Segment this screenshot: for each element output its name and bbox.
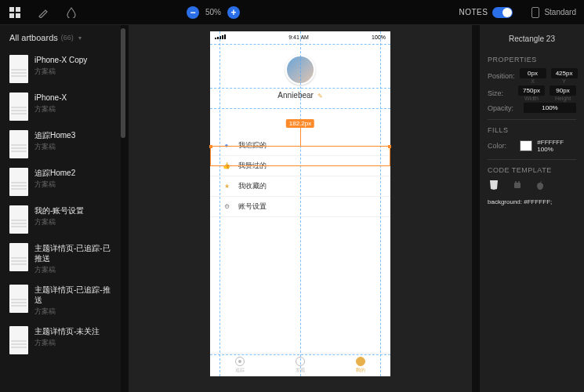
properties-header: PROPERTIES: [488, 56, 576, 64]
opacity-label: Opacity:: [488, 104, 519, 112]
artboard-thumbnail: [9, 93, 28, 121]
artboard-thumbnail: [9, 326, 28, 354]
artboard-subtitle: 方案稿: [34, 104, 67, 114]
sidebar-item[interactable]: 追踪Home2方案稿: [3, 163, 118, 201]
phone-icon: [531, 7, 539, 18]
position-x[interactable]: 0px: [520, 68, 546, 78]
sidebar-item[interactable]: 主题详情页-已追踪-已推送方案稿: [3, 238, 118, 280]
sidebar-item[interactable]: 我的-账号设置方案稿: [3, 201, 118, 238]
status-time: 9:41 AM: [288, 34, 309, 40]
menu-row-label: 账号设置: [238, 201, 267, 212]
username: Anniebear: [277, 91, 314, 100]
artboard-title: 主题详情页-未关注: [34, 326, 100, 336]
artboard-preview[interactable]: 9:41 AM 100% Anniebear ✎ 182.2px ●我追踪的👍我…: [210, 31, 390, 376]
tab-label: 追踪: [235, 367, 245, 374]
svg-rect-0: [9, 7, 14, 12]
device-selector[interactable]: Standard: [531, 7, 576, 18]
sidebar-header-label: All artboards: [9, 33, 58, 42]
artboard-thumbnail: [9, 130, 28, 158]
signal-icon: [215, 34, 226, 39]
artboard-title: 追踪Home2: [34, 168, 75, 178]
artboard-thumbnail: [9, 205, 28, 234]
size-label: Size:: [488, 89, 513, 97]
artboard-title: iPhone-X Copy: [34, 55, 87, 65]
artboard-sidebar: All artboards (66) ▾ iPhone-X Copy方案稿iPh…: [0, 25, 121, 392]
artboard-thumbnail: [9, 168, 28, 196]
svg-point-5: [515, 181, 517, 183]
sidebar-header[interactable]: All artboards (66) ▾: [0, 25, 121, 50]
artboard-subtitle: 方案稿: [34, 217, 84, 227]
sidebar-item[interactable]: 主题详情页-已追踪-推送方案稿: [3, 280, 118, 321]
chevron-down-icon: ▾: [78, 34, 82, 42]
topbar: − 50% + NOTES Standard: [0, 0, 584, 25]
css-tab[interactable]: [488, 179, 500, 191]
artboard-list: iPhone-X Copy方案稿iPhone-X方案稿追踪Home3方案稿追踪H…: [0, 50, 121, 359]
opacity-value[interactable]: 100%: [524, 103, 576, 113]
toggle-switch-icon[interactable]: [492, 7, 513, 18]
zoom-out-button[interactable]: −: [187, 6, 199, 19]
position-label: Position:: [488, 72, 515, 80]
artboard-subtitle: 方案稿: [34, 67, 87, 77]
canvas[interactable]: 9:41 AM 100% Anniebear ✎ 182.2px ●我追踪的👍我…: [121, 25, 480, 392]
notes-toggle[interactable]: NOTES: [459, 7, 513, 18]
menu-row-icon: ★: [223, 183, 230, 191]
android-tab[interactable]: [511, 179, 524, 191]
artboard-subtitle: 方案稿: [34, 307, 111, 317]
height-value[interactable]: 90px: [550, 85, 576, 96]
artboard-title: 主题详情页-已追踪-已推送: [34, 243, 111, 263]
artboard-title: 主题详情页-已追踪-推送: [34, 285, 111, 305]
artboard-title: 追踪Home3: [34, 130, 75, 140]
stage: 9:41 AM 100% Anniebear ✎ 182.2px ●我追踪的👍我…: [129, 25, 472, 392]
artboard-title: iPhone-X: [34, 93, 67, 103]
menu-row-label: 我收藏的: [238, 181, 267, 191]
artboard-count: (66): [61, 34, 74, 42]
color-label: Color:: [488, 142, 515, 150]
compass-icon: [296, 357, 305, 366]
person-icon: [356, 357, 365, 366]
svg-rect-2: [9, 13, 14, 18]
sidebar-item[interactable]: 追踪Home3方案稿: [3, 125, 118, 163]
pencil-icon: ✎: [317, 93, 323, 100]
artboard-thumbnail: [9, 285, 28, 313]
device-label: Standard: [544, 8, 576, 16]
artboard-title: 我的-账号设置: [34, 205, 84, 216]
pen-icon[interactable]: [36, 5, 50, 20]
zoom-in-button[interactable]: +: [227, 6, 240, 19]
tab-label: 发现: [296, 367, 305, 374]
artboard-subtitle: 方案稿: [34, 338, 100, 348]
menu-row-icon: ⚙: [223, 203, 230, 211]
artboard-thumbnail: [9, 243, 28, 271]
svg-rect-3: [16, 13, 20, 18]
zoom-level: 50%: [205, 8, 221, 16]
code-output[interactable]: background: #FFFFFF;: [488, 198, 576, 206]
eye-icon: [235, 357, 245, 366]
tab-discover[interactable]: 发现: [270, 354, 331, 376]
position-y[interactable]: 425px: [551, 68, 578, 78]
tab-track[interactable]: 追踪: [210, 354, 270, 376]
artboard-subtitle: 方案稿: [34, 265, 111, 275]
logo-icon[interactable]: [8, 5, 22, 20]
width-value[interactable]: 750px: [518, 85, 545, 96]
fills-header: FILLS: [488, 126, 576, 134]
code-template-header: CODE TEMPLATE: [488, 166, 576, 174]
notes-label: NOTES: [459, 8, 488, 16]
color-value: #FFFFFF 100%: [537, 139, 576, 153]
svg-point-6: [518, 181, 520, 183]
tab-bar: 追踪 发现 我的: [210, 353, 390, 376]
svg-rect-1: [16, 7, 20, 12]
color-swatch[interactable]: [520, 140, 532, 151]
measurement-badge: 182.2px: [286, 119, 314, 128]
status-battery: 100%: [372, 34, 386, 40]
scrollbar-vertical[interactable]: [121, 28, 125, 138]
inspector-panel: Rectangle 23 PROPERTIES Position: 0pxX 4…: [480, 25, 584, 392]
zoom-controls: − 50% +: [187, 6, 240, 19]
tab-mine[interactable]: 我的: [330, 354, 390, 376]
tab-label: 我的: [356, 367, 365, 374]
droplet-icon[interactable]: [64, 5, 78, 20]
sidebar-item[interactable]: iPhone-X Copy方案稿: [3, 50, 118, 88]
ios-tab[interactable]: [535, 179, 547, 191]
selection-rectangle[interactable]: [210, 146, 390, 166]
sidebar-item[interactable]: iPhone-X方案稿: [3, 88, 118, 125]
svg-rect-4: [514, 183, 521, 188]
sidebar-item[interactable]: 主题详情页-未关注方案稿: [3, 321, 118, 359]
